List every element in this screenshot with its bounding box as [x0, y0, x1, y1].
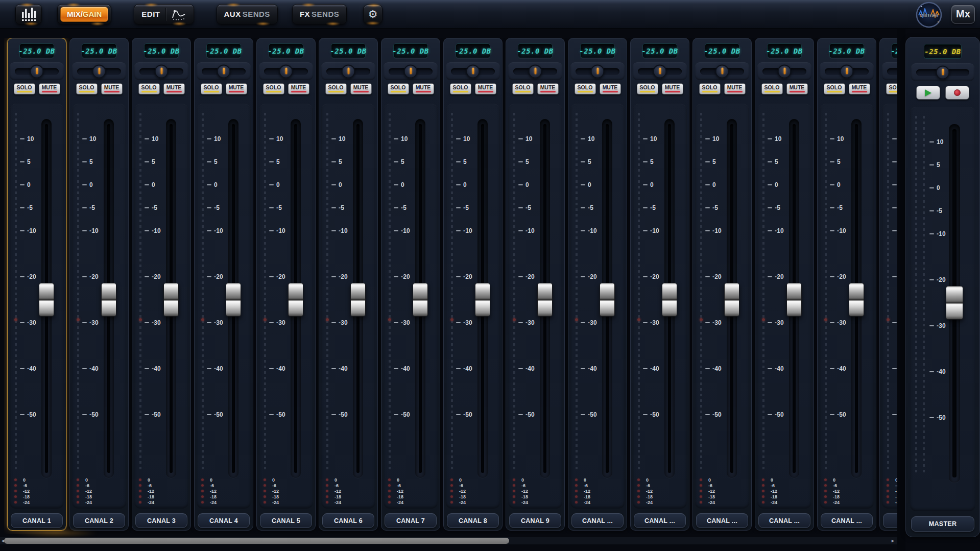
pan-knob[interactable]	[217, 64, 231, 78]
mute-button[interactable]: MUTE	[849, 83, 870, 94]
fader-handle[interactable]	[288, 283, 303, 317]
solo-button[interactable]: SOLO	[201, 83, 222, 94]
pan-slider[interactable]	[882, 62, 899, 80]
pan-knob[interactable]	[155, 64, 169, 78]
channel-label[interactable]: CANAL 2	[73, 513, 125, 528]
solo-button[interactable]: SOLO	[575, 83, 596, 94]
record-button[interactable]	[945, 86, 969, 100]
channel-label[interactable]: CANAL 7	[385, 513, 437, 528]
scroll-thumb[interactable]	[4, 538, 509, 544]
channel-label[interactable]: CANAL ...	[821, 513, 873, 528]
pan-knob[interactable]	[840, 64, 854, 78]
solo-button[interactable]: SOLO	[263, 83, 284, 94]
pan-slider[interactable]	[508, 62, 562, 80]
channel-label[interactable]: CANAL 9	[509, 513, 561, 528]
pan-slider[interactable]	[633, 62, 687, 80]
fader-handle[interactable]	[786, 283, 802, 317]
scroll-right-arrow[interactable]: ►	[891, 537, 895, 544]
pan-slider[interactable]	[757, 62, 811, 80]
solo-button[interactable]: SOLO	[14, 83, 35, 94]
pan-slider[interactable]	[10, 62, 64, 80]
pan-knob[interactable]	[92, 64, 106, 78]
fader-handle[interactable]	[662, 283, 677, 317]
channel-label[interactable]: CANAL 8	[447, 513, 499, 528]
solo-button[interactable]: SOLO	[761, 83, 783, 94]
solo-button[interactable]: SOLO	[388, 83, 409, 94]
pan-knob[interactable]	[529, 64, 542, 78]
fader-handle[interactable]	[537, 283, 553, 317]
mute-button[interactable]: MUTE	[724, 83, 746, 94]
mix-gain-button[interactable]: MIX/GAIN	[57, 4, 111, 25]
mx-badge[interactable]: Mx	[951, 5, 975, 23]
channel-label[interactable]: CANAL ...	[571, 513, 624, 528]
fx-sends-button[interactable]: FXSENDS	[292, 4, 347, 25]
pan-slider[interactable]	[259, 62, 313, 80]
mixtrain-logo[interactable]: MixTrain	[916, 2, 942, 28]
mute-button[interactable]: MUTE	[537, 83, 559, 94]
pan-slider[interactable]	[570, 62, 625, 80]
fader-handle[interactable]	[163, 283, 179, 317]
balance-knob[interactable]	[936, 65, 950, 79]
solo-button[interactable]: SOLO	[325, 83, 347, 94]
pan-slider[interactable]	[695, 62, 749, 80]
pan-slider[interactable]	[134, 62, 188, 80]
solo-button[interactable]: SOLO	[76, 83, 98, 94]
channel-label[interactable]: CANAL ...	[634, 513, 686, 528]
settings-button[interactable]: ⚙	[363, 5, 383, 24]
play-button[interactable]	[916, 86, 940, 100]
mute-button[interactable]: MUTE	[101, 83, 123, 94]
channel-label[interactable]: CANAL 1	[11, 513, 63, 528]
pan-knob[interactable]	[279, 64, 293, 78]
mute-button[interactable]: MUTE	[39, 83, 60, 94]
channel-label[interactable]	[883, 513, 899, 528]
fader-handle[interactable]	[226, 283, 241, 317]
channel-label[interactable]: CANAL 6	[322, 513, 374, 528]
pan-knob[interactable]	[715, 64, 729, 78]
levels-view-button[interactable]	[15, 4, 42, 25]
pan-slider[interactable]	[321, 62, 375, 80]
mute-button[interactable]: MUTE	[288, 83, 309, 94]
pan-knob[interactable]	[30, 64, 44, 78]
pan-slider[interactable]	[72, 62, 126, 80]
fader-handle[interactable]	[600, 283, 615, 317]
horizontal-scrollbar[interactable]: ◄ ►	[0, 537, 897, 544]
pan-knob[interactable]	[342, 64, 355, 78]
fader-handle[interactable]	[39, 283, 54, 317]
master-balance-slider[interactable]	[911, 63, 974, 81]
master-fader-handle[interactable]	[946, 286, 963, 320]
fader-handle[interactable]	[475, 283, 490, 317]
fader-handle[interactable]	[413, 283, 428, 317]
edit-button[interactable]: EDIT	[134, 4, 194, 25]
fader-handle[interactable]	[101, 283, 116, 317]
mute-button[interactable]: MUTE	[786, 83, 808, 94]
solo-button[interactable]: SOLO	[450, 83, 471, 94]
pan-slider[interactable]	[197, 62, 251, 80]
solo-button[interactable]: SOLO	[699, 83, 721, 94]
fader-handle[interactable]	[724, 283, 739, 317]
pan-knob[interactable]	[404, 64, 418, 78]
channel-label[interactable]: CANAL 5	[260, 513, 312, 528]
channel-label[interactable]: CANAL ...	[696, 513, 748, 528]
pan-knob[interactable]	[653, 64, 667, 78]
channel-label[interactable]: CANAL 4	[198, 513, 250, 528]
master-label[interactable]: MASTER	[911, 516, 974, 532]
mute-button[interactable]: MUTE	[475, 83, 496, 94]
pan-knob[interactable]	[778, 64, 792, 78]
solo-button[interactable]: SOLO	[637, 83, 658, 94]
pan-slider[interactable]	[384, 62, 438, 80]
solo-button[interactable]: SOLO	[824, 83, 845, 94]
pan-slider[interactable]	[446, 62, 500, 80]
mute-button[interactable]: MUTE	[662, 83, 683, 94]
solo-button[interactable]: SOLO	[512, 83, 534, 94]
mute-button[interactable]: MUTE	[226, 83, 247, 94]
channel-label[interactable]: CANAL ...	[758, 513, 810, 528]
fader-handle[interactable]	[849, 283, 864, 317]
solo-button[interactable]: SOLO	[138, 83, 160, 94]
pan-knob[interactable]	[591, 64, 605, 78]
aux-sends-button[interactable]: AUXSENDS	[217, 4, 278, 25]
mute-button[interactable]: MUTE	[413, 83, 434, 94]
pan-slider[interactable]	[820, 62, 874, 80]
mute-button[interactable]: MUTE	[163, 83, 185, 94]
mute-button[interactable]: MUTE	[350, 83, 372, 94]
channel-label[interactable]: CANAL 3	[135, 513, 187, 528]
